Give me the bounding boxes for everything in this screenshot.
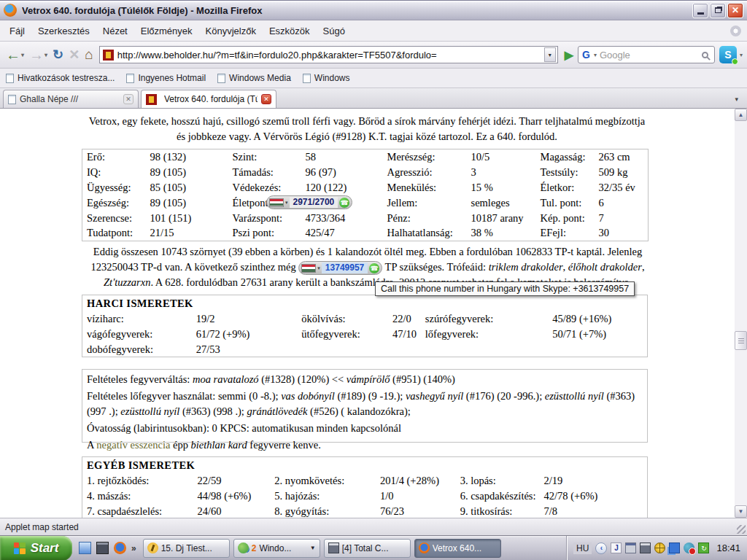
- stat-label: Testsúly:: [536, 165, 595, 180]
- google-logo-icon: G: [582, 49, 590, 61]
- text-segment: (#363) (998 .);: [179, 405, 247, 417]
- restore-button[interactable]: [710, 3, 726, 18]
- weapon-name: ezüsttollú nyíl: [545, 390, 604, 402]
- globe-tray-icon[interactable]: [654, 542, 665, 553]
- status-bar: Applet map started: [0, 518, 747, 535]
- close-button[interactable]: ✕: [727, 3, 743, 18]
- task-messenger-group[interactable]: 2 Windo... ▼: [233, 539, 320, 558]
- search-engine-dropdown-icon[interactable]: ▾: [594, 52, 597, 58]
- weapon-name: vashegyű nyíl: [406, 390, 463, 402]
- bookmark-hotmail[interactable]: Ingyenes Hotmail: [126, 73, 206, 83]
- go-button[interactable]: ▶: [562, 48, 576, 62]
- network-tray-icon[interactable]: [669, 542, 680, 553]
- scroll-down-icon[interactable]: ▼: [735, 505, 747, 518]
- menu-history[interactable]: Előzmények: [134, 22, 199, 40]
- flag-dropdown-icon[interactable]: ▾: [285, 200, 288, 206]
- search-icon[interactable]: [702, 52, 708, 58]
- stat-label: 2. nyomkövetés:: [270, 473, 376, 489]
- scroll-up-icon[interactable]: ▲: [735, 109, 747, 121]
- bookmark-label: Windows: [314, 73, 350, 83]
- hide-icons-chevron-icon[interactable]: ‹: [595, 542, 607, 554]
- stat-label: Ügyesség:: [82, 180, 146, 195]
- stat-label: Kép. pont:: [536, 211, 595, 226]
- stat-value: 263 cm: [595, 149, 649, 165]
- menu-bookmarks[interactable]: Könyvjelzők: [199, 22, 263, 40]
- stat-label: Szerencse:: [82, 211, 146, 226]
- messenger-status-tray-icon[interactable]: [684, 542, 694, 553]
- stop-button[interactable]: ✕: [67, 48, 81, 61]
- stat-value: 10/5: [467, 149, 536, 165]
- stat-value: 76/23: [376, 504, 456, 518]
- skype-tp-badge[interactable]: ▾13749957☎: [298, 261, 382, 275]
- task-firefox-active[interactable]: Vetrox 640...: [414, 539, 501, 558]
- skype-toolbar-icon[interactable]: S: [719, 46, 737, 63]
- tab-close-icon[interactable]: ✕: [123, 94, 133, 104]
- stat-label: EFejl:: [536, 226, 595, 241]
- menu-view[interactable]: Nézet: [96, 22, 134, 40]
- url-history-dropdown[interactable]: ▾: [544, 47, 556, 62]
- skype-call-icon[interactable]: ☎: [339, 198, 349, 208]
- bookmark-customize-links[interactable]: Hivatkozások testresza...: [6, 73, 115, 83]
- menu-help[interactable]: Súgó: [317, 22, 352, 40]
- navigation-toolbar: ←▾ →▾ ↻ ✕ ⌂ http://www.beholder.hu/?m=tf…: [0, 42, 747, 69]
- updater-tray-icon[interactable]: ↻: [698, 542, 709, 553]
- skype-dropdown-icon[interactable]: ▾: [740, 52, 743, 58]
- total-commander-icon: [328, 542, 339, 553]
- stat-label: IQ:: [82, 165, 146, 180]
- section-title: HARCI ISMERETEK: [87, 298, 647, 310]
- resize-grip[interactable]: [737, 525, 746, 534]
- stat-value: 45/89 (+16%): [548, 311, 647, 327]
- scrollbar-thumb[interactable]: [735, 331, 747, 350]
- search-input[interactable]: Google: [600, 50, 699, 61]
- quick-launch-app-icon[interactable]: [96, 542, 109, 554]
- stat-label: Tudatpont:: [82, 226, 146, 241]
- combat-skills-section: HARCI ISMERETEK víziharc:19/2ökölvívás:2…: [82, 295, 648, 357]
- menu-tools[interactable]: Eszközök: [263, 22, 317, 40]
- text-segment: (#951) (140%): [390, 373, 454, 385]
- stat-label: szúrófegyverek:: [421, 311, 548, 327]
- home-button[interactable]: ⌂: [83, 48, 94, 61]
- url-text[interactable]: http://www.beholder.hu/?m=tf&in=fordulo2…: [117, 50, 544, 61]
- bookmark-windows-media[interactable]: Windows Media: [217, 73, 291, 83]
- bookmarks-toolbar: Hivatkozások testresza... Ingyenes Hotma…: [0, 69, 747, 88]
- show-desktop-icon[interactable]: [79, 542, 91, 554]
- flag-dropdown-icon[interactable]: ▾: [317, 260, 320, 276]
- reload-button[interactable]: ↻: [51, 48, 65, 61]
- weapon-name: vas dobónyíl: [281, 390, 335, 402]
- firefox-quick-launch-icon[interactable]: [114, 542, 126, 554]
- tab-close-icon[interactable]: ✕: [261, 94, 271, 104]
- task-total-commander[interactable]: [4] Total C...: [324, 539, 411, 558]
- tab-ghalla-nepe[interactable]: Ghalla Népe /// ✕: [3, 90, 139, 108]
- back-dropdown-icon[interactable]: ▾: [21, 52, 24, 58]
- floppy-tray-icon[interactable]: [640, 542, 651, 553]
- start-button[interactable]: Start: [0, 536, 72, 560]
- stat-value: 47/10: [388, 327, 421, 342]
- task-winamp[interactable]: 15. Dj Tiest...: [143, 539, 230, 558]
- bookmark-windows[interactable]: Windows: [303, 73, 350, 83]
- console-tray-icon[interactable]: [625, 542, 636, 553]
- stat-value: 101 (151): [146, 211, 228, 226]
- skype-life-badge[interactable]: ▾ 2971/2700 ☎: [266, 195, 352, 209]
- search-box[interactable]: G ▾ Google: [578, 46, 715, 63]
- vertical-scrollbar[interactable]: ▲ ▼: [735, 109, 747, 518]
- list-all-tabs-icon[interactable]: ▾: [729, 94, 744, 104]
- skype-call-icon[interactable]: ☎: [369, 263, 379, 273]
- bookmark-label: Windows Media: [229, 73, 291, 83]
- language-indicator[interactable]: HU: [573, 542, 592, 554]
- task-group-dropdown-icon[interactable]: ▼: [310, 545, 316, 551]
- minimize-button[interactable]: [692, 3, 708, 18]
- address-bar[interactable]: http://www.beholder.hu/?m=tf&in=fordulo2…: [99, 46, 558, 63]
- task-label: Vetrox 640...: [433, 543, 497, 553]
- menu-file[interactable]: Fájl: [3, 22, 31, 40]
- forward-dropdown-icon[interactable]: ▾: [44, 52, 47, 58]
- text-segment: (#526) ( kalandozókra);: [307, 405, 410, 417]
- java-tray-icon[interactable]: J: [611, 542, 622, 553]
- tab-vetrox-active[interactable]: Vetrox 640. fordulója (Túl... ✕: [141, 90, 276, 108]
- stat-label: Erő:: [82, 149, 146, 165]
- weapon-switch-line: Feltételes fegyverváltás: moa ravatalozó…: [87, 372, 643, 387]
- stat-value: 58: [301, 149, 383, 165]
- back-button[interactable]: ←▾: [4, 48, 26, 61]
- quick-launch-overflow-icon[interactable]: »: [131, 543, 136, 553]
- menu-edit[interactable]: Szerkesztés: [31, 22, 96, 40]
- forward-button[interactable]: →▾: [28, 48, 49, 61]
